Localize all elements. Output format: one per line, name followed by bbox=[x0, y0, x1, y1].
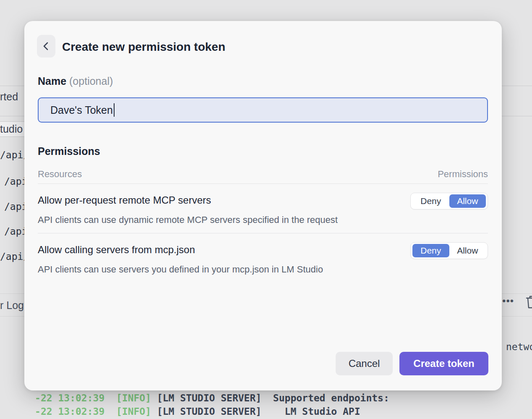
permissions-column-headers: Resources Permissions bbox=[38, 169, 488, 180]
page-title: Create new permission token bbox=[62, 40, 225, 54]
permission-row-description: API clients can use servers you defined … bbox=[38, 264, 323, 275]
back-button[interactable] bbox=[37, 35, 55, 58]
permission-row-title: Allow per-request remote MCP servers bbox=[38, 194, 211, 206]
name-optional-label: (optional) bbox=[69, 75, 113, 87]
deny-option[interactable]: Deny bbox=[412, 244, 449, 257]
permission-toggle-mcp-json: Deny Allow bbox=[410, 242, 488, 259]
chevron-left-icon bbox=[42, 41, 51, 52]
supported-text-fragment: rted bbox=[0, 91, 18, 103]
divider bbox=[38, 183, 488, 184]
deny-option[interactable]: Deny bbox=[412, 194, 449, 208]
cancel-button[interactable]: Cancel bbox=[336, 352, 393, 375]
name-field-label: Name (optional) bbox=[38, 75, 113, 87]
permissions-column-header: Permissions bbox=[438, 169, 488, 180]
ellipsis-icon[interactable]: ••• bbox=[502, 295, 514, 307]
studio-tab-label: tudio bbox=[0, 123, 23, 135]
trash-icon[interactable] bbox=[525, 294, 532, 311]
token-name-input[interactable]: Dave's Token bbox=[38, 97, 488, 123]
divider bbox=[38, 233, 488, 233]
allow-option[interactable]: Allow bbox=[449, 194, 486, 208]
log-line: -22 13:02:39 [INFO] [LM STUDIO SERVER] -… bbox=[0, 409, 532, 419]
server-logs-header-fragment: r Log bbox=[0, 299, 24, 312]
permissions-heading: Permissions bbox=[38, 145, 100, 157]
permission-toggle-mcp-remote: Deny Allow bbox=[410, 193, 488, 210]
network-text-fragment: netwo bbox=[506, 341, 532, 352]
permission-row-description: API clients can use dynamic remote MCP s… bbox=[38, 215, 338, 225]
permission-row-title: Allow calling servers from mcp.json bbox=[38, 244, 195, 256]
create-token-modal: Create new permission token Name (option… bbox=[24, 21, 502, 390]
allow-option[interactable]: Allow bbox=[449, 244, 486, 257]
text-cursor bbox=[114, 103, 115, 117]
name-label: Name bbox=[38, 75, 66, 87]
app-window: rted tudio /api/ /api /api /api /api/ r … bbox=[0, 0, 532, 419]
token-name-value: Dave's Token bbox=[50, 104, 113, 116]
resources-column-header: Resources bbox=[38, 169, 82, 180]
create-token-button[interactable]: Create token bbox=[399, 352, 488, 375]
